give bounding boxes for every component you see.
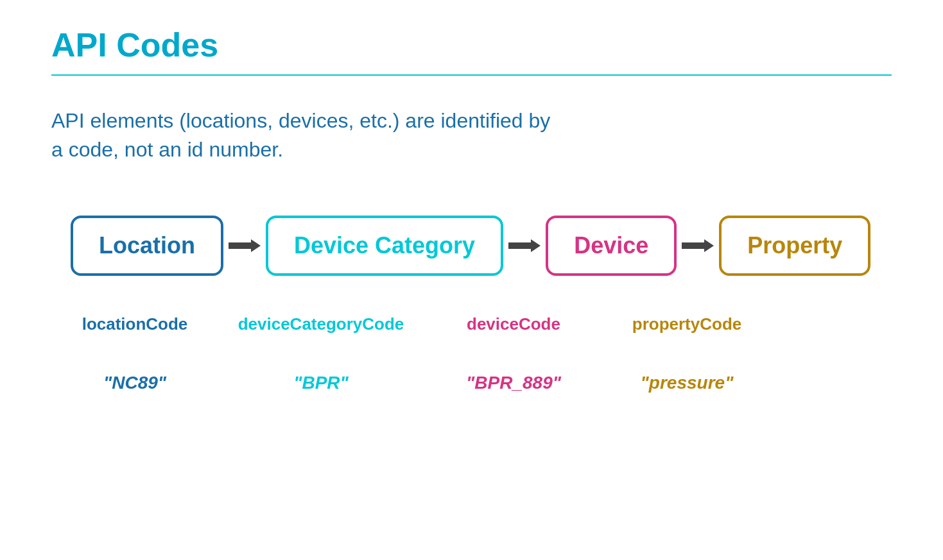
device-example: "BPR_889" (443, 373, 584, 393)
cards-row: Location Device Category Device Property (51, 216, 892, 276)
property-example: "pressure" (616, 373, 757, 393)
location-card: Location (71, 216, 223, 276)
property-card-label: Property (747, 232, 842, 259)
examples-row: "NC89" "BPR" "BPR_889" "pressure" (51, 373, 892, 393)
arrow-3-icon (682, 239, 714, 252)
property-card: Property (719, 216, 870, 276)
device-category-card-label: Device Category (294, 232, 475, 259)
arrow-2-icon (508, 239, 541, 252)
arrow-3 (677, 239, 719, 252)
device-code: deviceCode (443, 314, 584, 334)
svg-marker-0 (229, 239, 261, 252)
device-category-card-wrapper: Device Category (266, 216, 503, 276)
codes-row: locationCode deviceCategoryCode deviceCo… (51, 314, 892, 334)
location-card-wrapper: Location (71, 216, 223, 276)
device-category-card: Device Category (266, 216, 503, 276)
arrow-2 (503, 239, 546, 252)
location-code: locationCode (71, 314, 199, 334)
device-card-wrapper: Device (546, 216, 677, 276)
location-card-label: Location (99, 232, 195, 259)
page-title: API Codes (51, 26, 892, 64)
device-card: Device (546, 216, 677, 276)
svg-marker-1 (508, 239, 541, 252)
svg-marker-2 (682, 239, 714, 252)
location-example: "NC89" (71, 373, 199, 393)
device-card-label: Device (574, 232, 648, 259)
device-category-example: "BPR" (231, 373, 411, 393)
property-code: propertyCode (616, 314, 757, 334)
property-card-wrapper: Property (719, 216, 870, 276)
arrow-1 (223, 239, 266, 252)
title-divider (51, 74, 892, 76)
page-description: API elements (locations, devices, etc.) … (51, 106, 565, 164)
device-category-code: deviceCategoryCode (231, 314, 411, 334)
arrow-1-icon (229, 239, 261, 252)
